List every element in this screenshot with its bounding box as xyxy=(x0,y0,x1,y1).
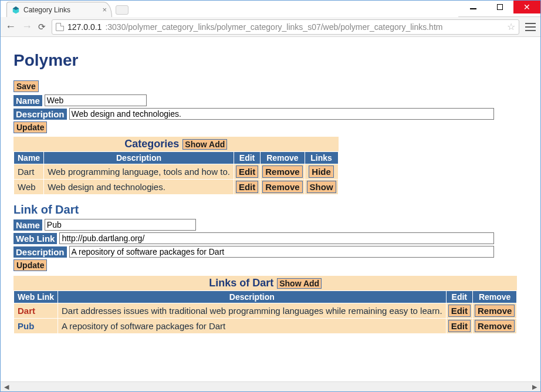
categories-show-add-button[interactable]: Show Add xyxy=(182,139,227,150)
links-table: Web Link Description Edit Remove Dart Da… xyxy=(13,290,517,334)
col-name: Name xyxy=(14,152,44,164)
address-bar[interactable]: 127.0.0.1:3030/polymer_category_links/po… xyxy=(52,19,519,35)
category-desc-label: Description xyxy=(13,109,67,120)
edit-button[interactable]: Edit xyxy=(236,165,258,178)
links-header: Links of Dart Show Add xyxy=(13,276,517,290)
page-title: Polymer xyxy=(13,51,528,70)
category-name-label: Name xyxy=(13,95,42,106)
table-row: Dart Web programming language, tools and… xyxy=(14,164,339,180)
category-desc-input[interactable] xyxy=(69,108,494,120)
browser-window: Category Links × ✕ ← → ⟳ 127.0.0.1:3030/… xyxy=(0,0,541,392)
cell-desc: Web programming language, tools and how … xyxy=(44,164,234,180)
url-host: 127.0.0.1 xyxy=(67,22,102,32)
categories-title: Categories xyxy=(124,138,179,150)
edit-button[interactable]: Edit xyxy=(448,320,471,332)
save-button[interactable]: Save xyxy=(13,80,39,92)
link-desc-input[interactable] xyxy=(69,246,494,258)
link-name-label: Name xyxy=(13,219,42,231)
table-row: Pub A repository of software packages fo… xyxy=(14,319,517,334)
col-remove: Remove xyxy=(472,291,516,303)
cell-weblink[interactable]: Pub xyxy=(14,319,58,334)
nav-reload-button[interactable]: ⟳ xyxy=(38,22,46,32)
cell-name: Dart xyxy=(14,164,44,180)
category-name-input[interactable] xyxy=(45,94,147,106)
links-toggle-button[interactable]: Show xyxy=(307,181,336,193)
links-toggle-button[interactable]: Hide xyxy=(309,165,334,178)
favicon-icon xyxy=(12,6,20,14)
links-header-row: Web Link Description Edit Remove xyxy=(14,291,517,303)
maximize-icon xyxy=(497,4,503,10)
edit-button[interactable]: Edit xyxy=(236,181,258,193)
edit-button[interactable]: Edit xyxy=(448,305,471,317)
table-row: Dart Dart addresses issues with traditio… xyxy=(14,303,517,319)
browser-tab[interactable]: Category Links × xyxy=(6,2,112,17)
link-subheader: Link of Dart xyxy=(13,203,528,217)
col-desc: Description xyxy=(44,152,234,164)
col-edit: Edit xyxy=(234,152,260,164)
links-show-add-button[interactable]: Show Add xyxy=(277,278,322,289)
links-title: Links of Dart xyxy=(209,277,273,289)
cell-desc: Web design and technologies. xyxy=(44,180,234,195)
horizontal-scrollbar[interactable]: ◀ ▶ xyxy=(1,381,540,391)
window-minimize-button[interactable] xyxy=(459,1,486,13)
window-close-button[interactable]: ✕ xyxy=(513,1,540,13)
url-path: :3030/polymer_category_links/polymer_cat… xyxy=(105,22,442,32)
nav-back-button[interactable]: ← xyxy=(5,21,16,33)
link-weblink-label: Web Link xyxy=(13,233,57,244)
minimize-icon xyxy=(470,8,476,9)
remove-button[interactable]: Remove xyxy=(475,305,515,317)
link-desc-label: Description xyxy=(13,246,67,258)
browser-menu-button[interactable] xyxy=(525,23,536,31)
tab-close-icon[interactable]: × xyxy=(102,5,107,14)
cell-desc: Dart addresses issues with traditional w… xyxy=(58,303,446,319)
window-maximize-button[interactable] xyxy=(486,1,513,13)
remove-button[interactable]: Remove xyxy=(262,165,302,178)
link-update-button[interactable]: Update xyxy=(13,259,47,271)
col-weblink: Web Link xyxy=(14,291,58,303)
page-viewport: Polymer Save Name Description Update Cat… xyxy=(1,37,540,381)
categories-header: Categories Show Add xyxy=(13,137,339,151)
nav-forward-button[interactable]: → xyxy=(22,21,32,33)
bookmark-star-icon[interactable]: ☆ xyxy=(507,21,515,32)
tab-title: Category Links xyxy=(23,6,70,14)
remove-button[interactable]: Remove xyxy=(262,181,302,193)
col-desc: Description xyxy=(58,291,446,303)
page-content: Polymer Save Name Description Update Cat… xyxy=(1,37,540,352)
categories-header-row: Name Description Edit Remove Links xyxy=(14,152,339,164)
new-tab-button[interactable] xyxy=(116,5,129,15)
cell-name: Web xyxy=(14,180,44,195)
cell-desc: A repository of software packages for Da… xyxy=(58,319,446,334)
link-name-input[interactable] xyxy=(45,219,196,231)
remove-button[interactable]: Remove xyxy=(475,320,515,332)
categories-table: Name Description Edit Remove Links Dart … xyxy=(13,151,339,195)
cell-weblink[interactable]: Dart xyxy=(14,303,58,319)
table-row: Web Web design and technologies. Edit Re… xyxy=(14,180,339,195)
col-remove: Remove xyxy=(261,152,305,164)
close-icon: ✕ xyxy=(523,2,530,12)
browser-toolbar: ← → ⟳ 127.0.0.1:3030/polymer_category_li… xyxy=(1,17,540,37)
scroll-right-icon[interactable]: ▶ xyxy=(530,383,539,391)
page-icon xyxy=(56,23,64,31)
link-weblink-input[interactable] xyxy=(59,232,494,244)
scroll-left-icon[interactable]: ◀ xyxy=(2,383,11,391)
tabstrip: Category Links × xyxy=(1,1,458,17)
col-links: Links xyxy=(305,152,338,164)
category-update-button[interactable]: Update xyxy=(13,121,47,133)
col-edit: Edit xyxy=(446,291,472,303)
window-buttons: ✕ xyxy=(459,1,540,13)
titlebar: Category Links × ✕ xyxy=(1,1,540,17)
